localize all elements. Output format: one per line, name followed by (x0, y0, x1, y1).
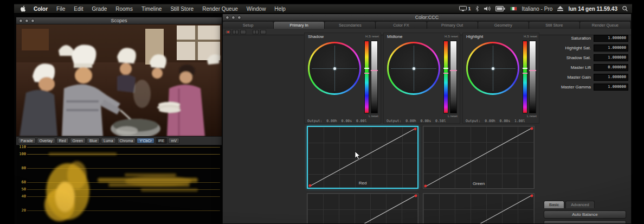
curve-box-bottom-left[interactable] (307, 193, 418, 224)
menu-window[interactable]: Window (242, 4, 271, 14)
tab-primary-out[interactable]: Primary Out (427, 22, 478, 29)
hue-slider[interactable] (364, 41, 369, 113)
monitor-screen: Color File Edit Grade Rooms Timeline Sti… (14, 3, 632, 224)
menu-timeline[interactable]: Timeline (137, 4, 166, 14)
eject-menu-icon[interactable] (557, 6, 563, 11)
menu-rooms[interactable]: Rooms (111, 4, 137, 14)
scopes-titlebar[interactable]: Scopes (16, 17, 222, 24)
scope-btn-ire[interactable]: IRE (156, 138, 168, 144)
volume-menu-icon[interactable] (484, 6, 491, 11)
menu-help[interactable]: Help (270, 4, 290, 14)
record-indicator-icon[interactable] (225, 30, 231, 34)
scope-btn-overlay[interactable]: Overlay (37, 138, 55, 144)
hs-reset-button[interactable]: H,S reset (524, 35, 537, 38)
midtone-color-wheel[interactable] (387, 42, 440, 95)
tab-advanced[interactable]: Advanced (565, 201, 594, 208)
luma-slider[interactable] (450, 41, 457, 113)
param-label: Master Gain (567, 75, 591, 80)
displays-menu-icon[interactable]: 1 (459, 6, 471, 11)
curve-bottom-left[interactable] (307, 194, 418, 224)
param-value-field[interactable]: 1.000000 (594, 35, 628, 42)
menu-grade[interactable]: Grade (87, 4, 111, 14)
hue-slider[interactable] (523, 41, 527, 113)
wheel-output-readout: Output: 0.00h 0.00s 0.50l (387, 119, 446, 123)
wheel-output-readout: Output: 0.00h 0.00s 1.00l (466, 119, 525, 123)
window-controls (226, 16, 241, 20)
tab-basic[interactable]: Basic (544, 201, 564, 208)
scope-btn-red[interactable]: Red (56, 138, 69, 144)
scope-btn-mv[interactable]: mV (168, 138, 179, 144)
wheel-center-handle[interactable] (333, 67, 336, 70)
menu-still-store[interactable]: Still Store (166, 4, 198, 14)
input-source-label[interactable]: Italiano - Pro (522, 6, 553, 12)
close-button[interactable] (226, 16, 229, 20)
bluetooth-menu-icon[interactable] (475, 6, 479, 11)
clipped-bottom-button[interactable] (544, 220, 626, 224)
color-titlebar[interactable]: Color:CCC (223, 14, 631, 21)
luma-slider[interactable] (371, 41, 378, 113)
compare-ab-icon[interactable] (233, 30, 239, 34)
shadow-color-wheel[interactable] (308, 42, 361, 95)
zoom-button[interactable] (237, 16, 241, 20)
layout-grid-icon[interactable] (260, 30, 266, 34)
tab-geometry[interactable]: Geometry (478, 22, 529, 29)
battery-menu-icon[interactable] (495, 6, 505, 11)
wheel-center-handle[interactable] (413, 67, 415, 70)
curve-green[interactable] (423, 126, 534, 188)
volume-icon (484, 6, 491, 11)
tab-render-queue[interactable]: Render Queue (580, 22, 631, 29)
tab-setup[interactable]: Setup (223, 22, 274, 29)
single-view-icon[interactable] (240, 30, 246, 34)
close-button[interactable] (19, 19, 23, 23)
color-window: Color:CCC Setup Primary In Secondaries C… (222, 14, 632, 224)
zoom-button[interactable] (31, 19, 35, 23)
tab-color-fx[interactable]: Color FX (376, 22, 427, 29)
param-value-field[interactable]: 0.000000 (594, 64, 628, 71)
auto-balance-button[interactable]: Auto Balance (544, 210, 626, 219)
param-value-field[interactable]: 1.000000 (594, 74, 628, 81)
scope-btn-blue[interactable]: Blue (87, 138, 100, 144)
scope-btn-parade[interactable]: Parade (18, 138, 36, 144)
wheel-face (468, 43, 518, 93)
menu-file[interactable]: File (52, 4, 69, 14)
minimize-button[interactable] (231, 16, 235, 20)
scope-btn-ycbcr[interactable]: Y'CbCr (137, 138, 154, 144)
param-value-field[interactable]: 1.000000 (594, 44, 628, 52)
luma-slider[interactable] (529, 41, 536, 113)
scope-btn-luma[interactable]: Luma (101, 138, 116, 144)
hue-slider[interactable] (443, 41, 448, 113)
minimize-button[interactable] (25, 19, 29, 23)
menu-render-queue[interactable]: Render Queue (198, 4, 242, 14)
scope-btn-green[interactable]: Green (70, 138, 86, 144)
tab-still-store[interactable]: Still Store (529, 22, 580, 29)
l-reset-button[interactable]: L reset (369, 114, 378, 118)
tab-primary-in[interactable]: Primary In (274, 22, 325, 29)
apple-menu[interactable] (17, 5, 29, 12)
param-value-field[interactable]: 1.000000 (594, 54, 628, 61)
l-reset-button[interactable]: L reset (448, 114, 458, 118)
hs-reset-button[interactable]: H,S reset (365, 35, 379, 38)
menu-clock[interactable]: lun 14 gen 11.59.43 (568, 6, 617, 12)
tab-secondaries[interactable]: Secondaries (325, 22, 376, 29)
curve-label-green: Green (423, 181, 534, 186)
battery-icon (495, 6, 505, 11)
spotlight-menu-icon[interactable] (622, 6, 628, 11)
shadow-wheel-panel: Shadow H,S reset L reset Output: 0.00h 0… (304, 33, 381, 124)
curve-red[interactable] (308, 127, 417, 188)
param-label: Shadow Sat. (566, 55, 591, 60)
curve-box-bottom-right[interactable] (423, 193, 534, 224)
l-reset-button[interactable]: L reset (527, 114, 537, 118)
highlight-color-wheel[interactable] (466, 42, 519, 95)
curve-bottom-right[interactable] (423, 194, 534, 224)
layout-split-icon[interactable] (253, 30, 259, 34)
curve-box-green[interactable]: Green (423, 126, 534, 189)
wheel-label-midtone: Midtone (387, 34, 402, 39)
italian-flag-icon[interactable] (510, 7, 517, 11)
menu-color[interactable]: Color (29, 4, 52, 14)
scope-btn-chroma[interactable]: Chroma (117, 138, 136, 144)
wheel-center-handle[interactable] (492, 67, 494, 70)
curve-box-red[interactable]: Red (307, 126, 418, 189)
param-value-field[interactable]: 1.000000 (594, 84, 628, 91)
menu-edit[interactable]: Edit (69, 4, 87, 14)
hs-reset-button[interactable]: H,S reset (445, 35, 458, 38)
